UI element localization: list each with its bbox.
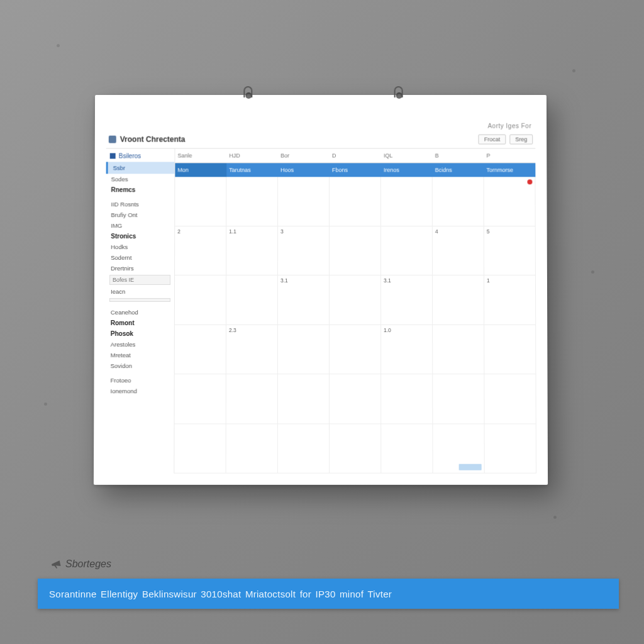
column-header-row: Sanle HJD Bor D IQL B P <box>175 149 535 164</box>
primary-button[interactable]: Frocat <box>479 135 506 145</box>
page-title: Vroont Chrectenta <box>120 135 186 144</box>
sidebar-item[interactable]: Sodes <box>106 174 175 184</box>
checkbox-icon[interactable] <box>110 153 116 158</box>
calendar-cell[interactable]: 1 <box>484 275 536 325</box>
page-meta: Aorty Iges For <box>106 121 535 135</box>
bg-speck <box>572 69 575 72</box>
calendar-cell[interactable] <box>381 226 433 275</box>
calendar-cell[interactable]: 1.1 <box>226 226 278 275</box>
sidebar-item[interactable]: Rnemcs <box>106 184 174 195</box>
calendar-cell[interactable]: 2.3 <box>226 325 278 375</box>
calendar-cell[interactable]: 5 <box>484 226 536 275</box>
sidebar-item[interactable]: Mreteat <box>106 350 174 360</box>
calendar-cell[interactable] <box>330 226 381 275</box>
calendar-cell[interactable] <box>484 325 536 375</box>
bg-speck <box>57 44 60 47</box>
calendar-cell[interactable] <box>175 325 226 375</box>
sidebar-item[interactable]: Ceanehod <box>106 307 174 318</box>
event-dot-icon <box>527 179 532 184</box>
document-sheet: Aorty Iges For Vroont Chrectenta Frocat … <box>94 95 548 485</box>
day-header[interactable]: Irenos <box>381 163 433 177</box>
col-header[interactable]: HJD <box>226 149 278 163</box>
sidebar-item[interactable]: Ieacn <box>106 286 174 297</box>
calendar-cell[interactable] <box>433 424 484 474</box>
app-icon <box>109 136 116 143</box>
calendar-cell[interactable]: 3.1 <box>381 275 433 325</box>
day-header[interactable]: Hoos <box>278 163 330 177</box>
col-header[interactable]: D <box>330 149 381 163</box>
sidebar-item[interactable]: Romont <box>106 318 174 328</box>
sidebar-item-active[interactable]: Ssbr <box>106 162 175 174</box>
calendar-cell[interactable] <box>175 177 226 226</box>
calendar-cell[interactable] <box>485 424 536 474</box>
calendar-cell[interactable] <box>381 177 433 226</box>
calendar-cell[interactable]: 4 <box>433 226 484 275</box>
calendar-cell[interactable]: 3 <box>278 226 330 275</box>
titlebar: Vroont Chrectenta Frocat Sreg <box>106 135 536 148</box>
col-header[interactable]: IQL <box>381 149 433 163</box>
calendar-cell[interactable]: 1.0 <box>381 325 433 375</box>
calendar-cell[interactable] <box>433 177 484 226</box>
calendar-cell[interactable] <box>330 177 381 226</box>
calendar-cell[interactable] <box>484 177 536 226</box>
secondary-button[interactable]: Sreg <box>509 135 533 145</box>
calendar-cell[interactable] <box>433 325 484 375</box>
sidebar-footer-item[interactable]: Frotoeo <box>105 375 174 386</box>
calendar-cell[interactable] <box>381 374 433 424</box>
sidebar-item[interactable]: Stronics <box>106 231 174 242</box>
sidebar-item[interactable]: Hodks <box>106 242 174 252</box>
calendar-cell[interactable]: 2 <box>175 226 226 275</box>
sidebar-item[interactable]: Brufiy Ont <box>106 209 174 220</box>
day-header[interactable]: Tarutnas <box>226 163 278 177</box>
sidebar-item[interactable]: Phosok <box>106 328 174 339</box>
banner-text: Sorantinne Ellentigy Beklinswisur 3010sh… <box>49 589 392 599</box>
calendar-cell[interactable] <box>433 374 484 424</box>
calendar-cell[interactable] <box>433 275 484 325</box>
calendar-cell[interactable] <box>278 177 330 226</box>
day-header[interactable]: Tornmorse <box>484 163 535 177</box>
sidebar-item[interactable]: Drertnirs <box>106 263 174 274</box>
calendar-cell[interactable] <box>330 325 381 375</box>
col-header[interactable]: P <box>484 149 535 163</box>
day-header-row: Mon Tarutnas Hoos Fbons Irenos Bcidns To… <box>175 163 535 177</box>
calendar-cell[interactable] <box>330 275 381 325</box>
sidebar: Bsileros Ssbr Sodes Rnemcs IID Rosnts Br… <box>105 149 175 474</box>
sidebar-checkbox-row[interactable]: Bsileros <box>106 150 175 162</box>
sidebar-item[interactable]: Sovidon <box>106 360 174 371</box>
calendar-grid: 21.13453.13.112.31.0 <box>174 177 536 473</box>
calendar-cell[interactable] <box>174 424 226 474</box>
sidebar-item[interactable]: Sodernt <box>106 252 174 263</box>
sidebar-item[interactable]: Arestoles <box>106 339 174 350</box>
day-header[interactable]: Fbons <box>330 163 381 177</box>
col-header[interactable]: B <box>433 149 484 163</box>
calendar-cell[interactable] <box>484 374 536 424</box>
calendar-cell[interactable] <box>175 275 226 325</box>
col-header[interactable]: Sanle <box>175 149 226 163</box>
calendar-cell[interactable] <box>226 177 278 226</box>
sidebar-boxed[interactable]: Bofes IE <box>109 275 170 285</box>
calendar-cell[interactable] <box>226 374 278 424</box>
calendar-cell[interactable] <box>278 424 330 474</box>
calendar-cell[interactable] <box>226 424 278 474</box>
calendar-cell[interactable] <box>330 424 381 474</box>
calendar-cell[interactable] <box>175 374 226 424</box>
calendar-cell[interactable] <box>330 374 381 424</box>
banner: Sorantinne Ellentigy Beklinswisur 3010sh… <box>38 579 619 609</box>
sidebar-boxed[interactable] <box>109 298 170 302</box>
sidebar-footer-item[interactable]: Ionemond <box>105 386 174 396</box>
bg-speck <box>553 516 557 519</box>
sidebar-item[interactable]: IMG <box>106 220 174 231</box>
calendar-cell[interactable] <box>381 424 433 474</box>
calendar-cell[interactable] <box>226 275 278 325</box>
day-header[interactable]: Bcidns <box>433 163 484 177</box>
main-area: Sanle HJD Bor D IQL B P Mon Tarutnas Hoo… <box>174 149 536 474</box>
calendar-cell[interactable]: 3.1 <box>278 275 330 325</box>
megaphone-icon <box>49 557 62 570</box>
day-header[interactable]: Mon <box>175 163 226 177</box>
sidebar-item[interactable]: IID Rosnts <box>106 199 174 209</box>
calendar-cell[interactable] <box>278 325 330 375</box>
calendar-cell[interactable] <box>278 374 330 424</box>
col-header[interactable]: Bor <box>278 149 330 163</box>
binder-hole-icon <box>396 92 402 99</box>
sidebar-checkbox-label: Bsileros <box>119 152 142 159</box>
